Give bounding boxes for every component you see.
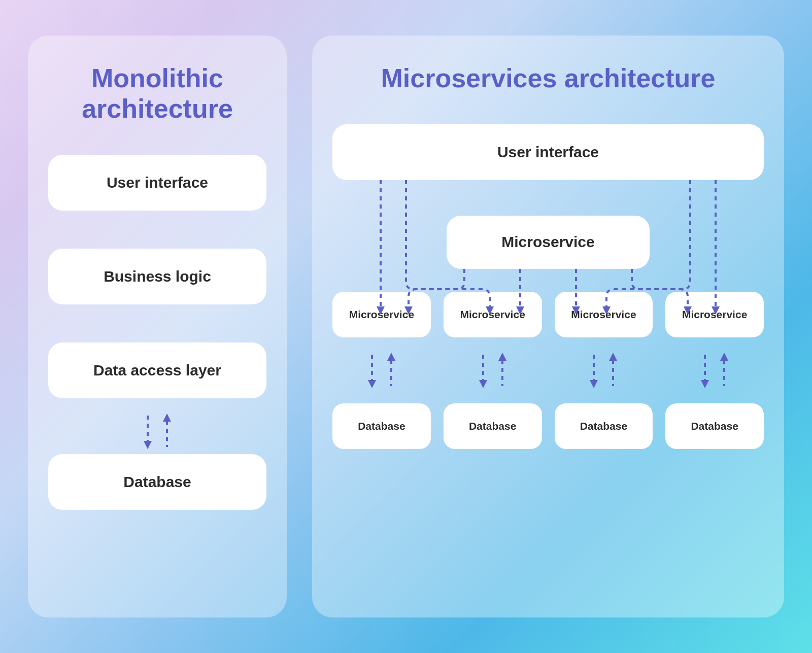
microservices-panel: Microservices architecture User interfac… <box>312 36 784 617</box>
svg-marker-6 <box>602 306 611 315</box>
ms-user-interface: User interface <box>332 124 764 180</box>
svg-marker-27 <box>720 353 728 361</box>
svg-marker-4 <box>377 306 385 315</box>
database-box: Database <box>332 403 431 449</box>
svg-marker-21 <box>590 380 598 388</box>
database-row: Database Database Database Database <box>332 403 764 449</box>
layer-database: Database <box>48 454 266 510</box>
svg-marker-7 <box>712 306 720 315</box>
svg-marker-11 <box>684 306 692 315</box>
svg-marker-3 <box>163 414 171 422</box>
database-box: Database <box>665 403 764 449</box>
bidirectional-arrow-icon <box>588 353 619 388</box>
ms-middle-service: Microservice <box>447 216 650 269</box>
microservices-title: Microservices architecture <box>332 63 764 94</box>
bidirectional-arrow-icon <box>699 353 730 388</box>
db-arrow-row <box>332 353 764 388</box>
svg-marker-17 <box>479 380 487 388</box>
svg-marker-19 <box>498 353 506 361</box>
bidirectional-arrow-icon <box>48 414 266 449</box>
monolithic-stack: User interface Business logic Data acces… <box>48 155 266 510</box>
svg-marker-5 <box>486 306 494 315</box>
bidirectional-arrow-icon <box>477 353 509 388</box>
bidirectional-arrow-icon <box>366 353 397 388</box>
svg-marker-23 <box>609 353 617 361</box>
svg-marker-13 <box>368 380 376 388</box>
svg-marker-15 <box>387 353 395 361</box>
connector-diagram: Microservice <box>332 180 764 292</box>
microservices-stack: User interface <box>332 124 764 449</box>
monolithic-panel: Monolithic architecture User interface B… <box>28 36 287 617</box>
monolithic-title: Monolithic architecture <box>48 63 266 124</box>
layer-user-interface: User interface <box>48 155 266 211</box>
layer-business-logic: Business logic <box>48 249 266 304</box>
svg-marker-1 <box>144 441 152 449</box>
database-box: Database <box>555 403 653 449</box>
layer-data-access: Data access layer <box>48 342 266 398</box>
svg-marker-25 <box>701 380 709 388</box>
svg-marker-8 <box>404 306 413 315</box>
svg-marker-10 <box>572 306 580 315</box>
svg-marker-9 <box>516 306 524 315</box>
database-box: Database <box>444 403 542 449</box>
